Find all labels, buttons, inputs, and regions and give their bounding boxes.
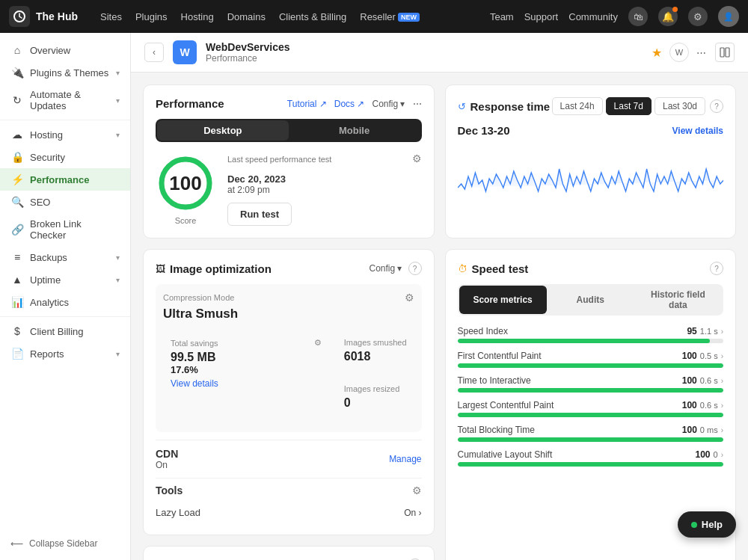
user-avatar[interactable]: 👤 (718, 6, 739, 27)
sidebar-item-broken-link[interactable]: 🔗 Broken Link Checker (0, 213, 130, 246)
sidebar-item-overview[interactable]: ⌂ Overview (0, 39, 130, 61)
images-smushed-box: Images smushed 6018 (337, 330, 414, 371)
metric-arrow-2[interactable]: › (721, 377, 723, 385)
performance-card-header: Performance Tutorial ↗ Docs ↗ Config ▾ ⋯ (156, 97, 422, 110)
notifications-icon[interactable]: 🔔 (658, 7, 678, 26)
sidebar-item-security[interactable]: 🔒 Security (0, 146, 130, 168)
score-metrics-tab[interactable]: Score metrics (459, 286, 547, 314)
metric-score-3: 100 (682, 400, 697, 410)
tools-gear-icon[interactable]: ⚙ (412, 484, 422, 496)
image-opt-help-icon[interactable]: ? (408, 262, 422, 275)
nav-team[interactable]: Team (490, 11, 514, 22)
sidebar-label-overview: Overview (30, 45, 120, 56)
site-avatar: W (173, 40, 197, 64)
sidebar-item-seo[interactable]: 🔍 SEO (0, 191, 130, 213)
sidebar-item-backups[interactable]: ≡ Backups ▾ (0, 246, 130, 268)
plugins-icon: 🔌 (10, 67, 24, 79)
nav-community[interactable]: Community (568, 11, 618, 22)
compression-gear-icon[interactable]: ⚙ (405, 292, 414, 304)
metric-arrow-1[interactable]: › (721, 352, 723, 360)
metric-score-5: 100 (696, 449, 711, 460)
logo-icon (9, 6, 30, 27)
client-billing-icon: $ (10, 325, 24, 337)
metric-arrow-5[interactable]: › (721, 451, 723, 459)
docs-link[interactable]: Docs ↗ (334, 99, 365, 109)
split-view-button[interactable] (715, 43, 735, 62)
back-button[interactable]: ‹ (144, 43, 164, 62)
metric-time-4: 0 ms (700, 425, 718, 434)
nav-sites[interactable]: Sites (100, 11, 122, 22)
cdn-manage-link[interactable]: Manage (389, 454, 421, 464)
plugins-arrow-icon: ▾ (116, 69, 120, 77)
progress-fill-3 (458, 413, 724, 417)
nav-hosting[interactable]: Hosting (181, 11, 214, 22)
more-options-icon[interactable]: ⋯ (696, 47, 706, 58)
speed-test-help-icon[interactable]: ? (710, 262, 723, 275)
cdn-label: CDN (156, 448, 178, 460)
tutorial-link[interactable]: Tutorial ↗ (287, 99, 327, 109)
tools-row: Tools ⚙ (156, 478, 422, 502)
metric-cls: Cumulative Layout Shift 100 0 › (458, 449, 724, 467)
sidebar-item-reports[interactable]: 📄 Reports ▾ (0, 342, 130, 365)
sidebar-item-automate[interactable]: ↻ Automate & Updates ▾ (0, 84, 130, 117)
help-button[interactable]: Help (678, 511, 736, 538)
nav-domains[interactable]: Domains (227, 11, 266, 22)
sidebar-label-broken-link: Broken Link Checker (30, 218, 120, 241)
lazy-load-status[interactable]: On › (404, 508, 421, 518)
sidebar-item-plugins-themes[interactable]: 🔌 Plugins & Themes ▾ (0, 61, 130, 84)
run-test-button[interactable]: Run test (227, 203, 292, 226)
tab-7d[interactable]: Last 7d (606, 97, 652, 115)
savings-gear-icon[interactable]: ⚙ (314, 338, 322, 348)
wordpress-icon[interactable]: W (669, 43, 689, 62)
total-savings-label: Total savings ⚙ (171, 338, 322, 348)
view-details-link[interactable]: View details (171, 378, 322, 389)
sidebar-item-performance[interactable]: ⚡ Performance (0, 168, 130, 191)
response-time-tabs: Last 24h Last 7d Last 30d (552, 97, 705, 115)
nav-support[interactable]: Support (524, 11, 559, 22)
view-details-link[interactable]: View details (672, 126, 723, 136)
collapse-sidebar-button[interactable]: ⟵ Collapse Sidebar (0, 533, 130, 554)
score-gear-icon[interactable]: ⚙ (412, 153, 422, 164)
sidebar-item-analytics[interactable]: 📊 Analytics (0, 291, 130, 313)
nav-reseller[interactable]: ResellerNEW (360, 11, 420, 22)
progress-bar-2 (458, 388, 724, 393)
metric-arrow-3[interactable]: › (721, 401, 723, 410)
performance-more-icon[interactable]: ⋯ (413, 99, 422, 109)
image-optimization-card: 🖼 Image optimization Config ▾ ? Compress… (143, 249, 435, 535)
hosting-icon: ☁ (10, 129, 24, 141)
response-time-help-icon[interactable]: ? (710, 99, 723, 113)
speed-test-title: Speed test (472, 262, 529, 275)
image-config-dropdown[interactable]: Config ▾ (369, 263, 402, 274)
metric-arrow-0[interactable]: › (721, 327, 723, 336)
test-date: Dec 20, 2023 (227, 173, 422, 185)
svg-rect-1 (720, 48, 724, 57)
site-info: WebDevServices Performance (206, 41, 643, 64)
settings-icon[interactable]: ⚙ (688, 7, 708, 26)
sidebar-item-hosting[interactable]: ☁ Hosting ▾ (0, 123, 130, 146)
nav-clients-billing[interactable]: Clients & Billing (279, 11, 346, 22)
notifications-icon-wrap: 🔔 (658, 7, 678, 26)
config-dropdown[interactable]: Config ▾ (372, 99, 405, 109)
app-title: The Hub (36, 10, 78, 22)
mobile-tab[interactable]: Mobile (289, 120, 420, 141)
tab-30d[interactable]: Last 30d (654, 97, 705, 115)
score-label: Score (175, 216, 197, 225)
seo-icon: 🔍 (10, 196, 24, 208)
stats-row: Total savings ⚙ 99.5 MB 17.6% View detai… (163, 330, 414, 417)
sidebar-item-uptime[interactable]: ▲ Uptime ▾ (0, 268, 130, 291)
desktop-tab[interactable]: Desktop (157, 120, 289, 141)
speed-test-icon: ⏱ (458, 263, 468, 274)
store-icon[interactable]: 🛍 (628, 7, 648, 26)
app-logo[interactable]: The Hub (9, 6, 78, 27)
progress-fill-2 (458, 388, 724, 393)
date-range: Dec 13-20 View details (458, 124, 724, 137)
progress-fill-4 (458, 437, 724, 442)
favorite-star-icon[interactable]: ★ (652, 46, 662, 60)
sidebar-label-analytics: Analytics (30, 297, 120, 308)
nav-plugins[interactable]: Plugins (135, 11, 168, 22)
tab-24h[interactable]: Last 24h (552, 97, 603, 115)
historic-tab[interactable]: Historic field data (634, 286, 722, 314)
audits-tab[interactable]: Audits (547, 286, 634, 314)
metric-arrow-4[interactable]: › (721, 426, 723, 434)
sidebar-item-client-billing[interactable]: $ Client Billing (0, 320, 130, 342)
